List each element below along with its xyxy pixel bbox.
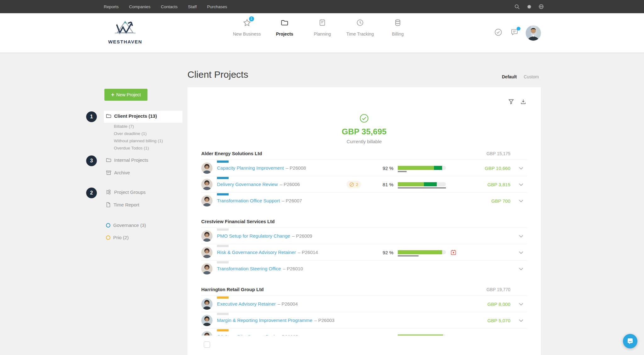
row-color-strip bbox=[217, 329, 229, 331]
project-amount: GBP 3,815 bbox=[487, 182, 510, 187]
search-icon[interactable] bbox=[514, 4, 520, 9]
brand-logo[interactable]: WESTHAVEN bbox=[106, 19, 144, 44]
project-code: – P26010 bbox=[283, 266, 303, 271]
sidebar-tag-prio[interactable]: Prio (2) bbox=[106, 235, 129, 240]
row-color-strip bbox=[217, 261, 229, 263]
project-row: PMO Setup for Regulatory Change– P26009 bbox=[201, 228, 527, 244]
tab-new-business[interactable]: 1 New Business bbox=[228, 18, 266, 37]
project-link[interactable]: Transformation Office Support bbox=[217, 198, 280, 203]
summary-caption: Currently billable bbox=[187, 139, 541, 144]
yellow-ring-icon bbox=[106, 235, 110, 240]
project-code: – P26003 bbox=[314, 318, 334, 323]
chevron-down-icon[interactable] bbox=[519, 165, 523, 171]
company-name: Crestview Financial Services Ltd bbox=[201, 219, 275, 224]
chat-notification-dot bbox=[517, 27, 520, 31]
menu-item-contacts[interactable]: Contacts bbox=[161, 4, 178, 9]
project-link[interactable]: PMO Setup for Regulatory Change bbox=[217, 233, 290, 239]
tab-billing[interactable]: Billing bbox=[379, 18, 417, 37]
chevron-down-icon[interactable] bbox=[519, 233, 523, 239]
project-row: Risk & Governance Advisory Retainer– P26… bbox=[201, 244, 527, 260]
new-project-button[interactable]: +New Project bbox=[104, 89, 147, 101]
company-group: Crestview Financial Services Ltd PMO Set… bbox=[201, 217, 527, 277]
archive-box-icon bbox=[106, 170, 111, 175]
brand-name: WESTHAVEN bbox=[106, 39, 144, 44]
sidebar-tag-governance[interactable]: Governance (3) bbox=[106, 223, 146, 228]
tab-planning[interactable]: Planning bbox=[303, 18, 341, 37]
avatar[interactable] bbox=[201, 162, 213, 174]
project-code: – P26004 bbox=[278, 301, 298, 307]
avatar[interactable] bbox=[201, 179, 213, 190]
row-color-strip bbox=[217, 193, 229, 195]
settings-gear-icon[interactable] bbox=[526, 4, 532, 9]
sidebar-filter-over-deadline[interactable]: Over deadline (1) bbox=[114, 131, 147, 136]
summary-amount: GBP 35,695 bbox=[187, 127, 541, 137]
view-tab-default[interactable]: Default bbox=[502, 74, 517, 79]
sidebar-item-time-report[interactable]: Time Report bbox=[106, 202, 139, 207]
chevron-down-icon[interactable] bbox=[519, 250, 523, 255]
sidebar-item-client-projects[interactable]: Client Projects (13) bbox=[106, 113, 157, 119]
sidebar-item-archive[interactable]: Archive bbox=[106, 170, 130, 175]
overdue-todo-icon bbox=[349, 182, 354, 187]
avatar[interactable] bbox=[201, 230, 213, 242]
project-code: – P26014 bbox=[298, 250, 318, 255]
tab-time-tracking[interactable]: Time Tracking bbox=[341, 18, 379, 37]
sidebar-item-project-groups[interactable]: Project Groups bbox=[106, 189, 146, 195]
project-amount: GBP 8,000 bbox=[487, 301, 510, 307]
view-tabs: Default Custom bbox=[502, 74, 539, 79]
avatar[interactable] bbox=[201, 247, 213, 258]
sidebar-filter-overdue-todos[interactable]: Overdue Todos (1) bbox=[114, 146, 149, 150]
company-name: Harrington Retail Group Ltd bbox=[201, 287, 264, 292]
row-color-strip bbox=[217, 228, 229, 231]
todo-badge[interactable]: 2 bbox=[347, 181, 361, 188]
tab-projects[interactable]: Projects bbox=[266, 18, 303, 37]
user-avatar[interactable] bbox=[526, 25, 541, 41]
sidebar-item-internal-projects[interactable]: Internal Projects bbox=[106, 157, 148, 163]
project-groups-icon bbox=[106, 189, 111, 195]
chat-icon[interactable] bbox=[510, 28, 519, 38]
chevron-down-icon[interactable] bbox=[519, 266, 523, 272]
chevron-down-icon[interactable] bbox=[519, 198, 523, 204]
menu-item-purchases[interactable]: Purchases bbox=[207, 4, 227, 9]
sidebar-filter-billable[interactable]: Billable (7) bbox=[114, 124, 134, 129]
view-tab-custom[interactable]: Custom bbox=[524, 74, 539, 79]
chevron-down-icon[interactable] bbox=[519, 318, 523, 323]
chat-launcher-button[interactable] bbox=[623, 334, 637, 348]
plus-icon: + bbox=[111, 92, 114, 98]
avatar[interactable] bbox=[201, 195, 213, 206]
project-link[interactable]: Executive Advisory Retainer bbox=[217, 301, 276, 307]
company-total: GBP 19,770 bbox=[486, 287, 510, 292]
project-row: Delivery Governance Review– P26006 2 81 … bbox=[201, 176, 527, 192]
progress-bar bbox=[398, 182, 446, 186]
chevron-down-icon[interactable] bbox=[519, 182, 523, 187]
row-color-strip bbox=[217, 245, 229, 247]
progress-percent: 92 % bbox=[383, 165, 393, 171]
project-amount: GBP 10,660 bbox=[485, 165, 510, 171]
group-rows: PMO Setup for Regulatory Change– P26009 … bbox=[201, 228, 527, 277]
project-link[interactable]: Transformation Steering Office bbox=[217, 266, 281, 271]
menu-item-reports[interactable]: Reports bbox=[104, 4, 119, 9]
filter-icon[interactable] bbox=[508, 99, 514, 105]
menu-item-staff[interactable]: Staff bbox=[188, 4, 197, 9]
avatar[interactable] bbox=[201, 263, 213, 274]
sidebar-filter-without-planned-billing[interactable]: Without planned billing (1) bbox=[114, 138, 163, 143]
westhaven-logo-icon bbox=[113, 19, 137, 37]
projects-card: GBP 35,695 Currently billable Alder Ener… bbox=[187, 87, 541, 355]
project-link[interactable]: Margin & Reporting Improvement Programme bbox=[217, 318, 312, 323]
download-icon[interactable] bbox=[521, 99, 526, 105]
select-all-checkbox[interactable] bbox=[204, 341, 210, 348]
new-business-badge: 1 bbox=[249, 16, 254, 21]
check-circle-icon[interactable] bbox=[494, 28, 502, 38]
menu-item-companies[interactable]: Companies bbox=[129, 4, 150, 9]
folder-icon bbox=[106, 158, 111, 162]
project-code: – P26007 bbox=[282, 198, 302, 203]
step-marker-1: 1 bbox=[86, 111, 97, 122]
messenger-bubble-icon bbox=[626, 337, 634, 345]
project-link[interactable]: Delivery Governance Review bbox=[217, 182, 278, 187]
globe-icon[interactable] bbox=[538, 4, 544, 9]
chevron-down-icon[interactable] bbox=[519, 301, 523, 307]
avatar[interactable] bbox=[201, 315, 213, 326]
billing-coins-icon bbox=[394, 19, 402, 28]
project-link[interactable]: Risk & Governance Advisory Retainer bbox=[217, 250, 296, 255]
project-link[interactable]: Capacity Planning Improvement bbox=[217, 165, 284, 171]
avatar[interactable] bbox=[201, 298, 213, 310]
